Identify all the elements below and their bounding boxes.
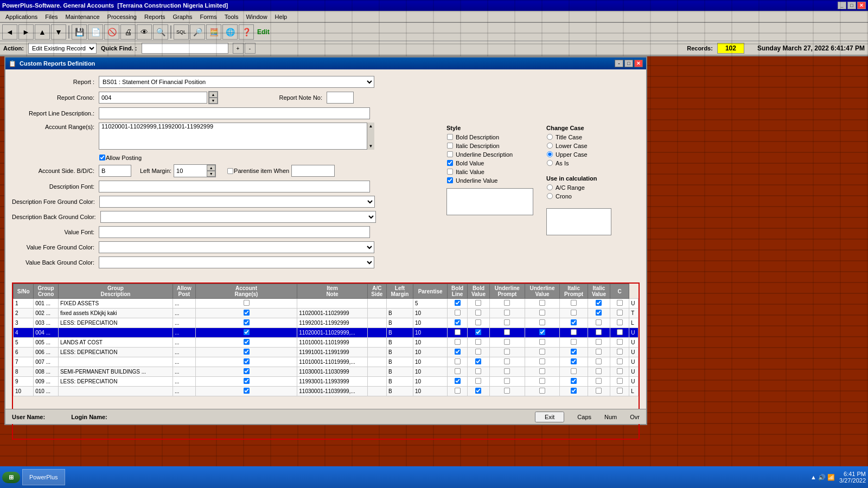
cell-checkbox[interactable]: [243, 378, 249, 384]
cell-checkbox[interactable]: [504, 349, 510, 355]
menu-reports[interactable]: Reports: [141, 12, 169, 21]
val-font-input[interactable]: [99, 226, 370, 238]
table-cell[interactable]: [448, 367, 468, 377]
table-cell[interactable]: [195, 328, 297, 338]
cell-checkbox[interactable]: [475, 300, 481, 306]
minimize-btn[interactable]: _: [838, 2, 846, 9]
table-cell[interactable]: [610, 309, 629, 318]
cell-checkbox[interactable]: [455, 300, 461, 306]
cell-checkbox[interactable]: [596, 310, 602, 316]
menu-processing[interactable]: Processing: [104, 12, 140, 21]
line-desc-input[interactable]: [99, 107, 370, 119]
val-fore-select[interactable]: [99, 241, 374, 253]
table-cell[interactable]: [560, 357, 588, 367]
table-cell[interactable]: [448, 318, 468, 328]
print-btn[interactable]: 🖨: [120, 24, 136, 40]
table-cell[interactable]: [195, 387, 297, 396]
upper-case-radio[interactable]: [547, 151, 553, 157]
table-cell[interactable]: [195, 299, 297, 309]
cell-checkbox[interactable]: [455, 368, 461, 374]
allow-posting-check[interactable]: [99, 155, 105, 160]
cell-checkbox[interactable]: [596, 388, 602, 394]
left-margin-input[interactable]: [174, 165, 207, 177]
table-cell[interactable]: [610, 367, 629, 377]
cell-checkbox[interactable]: [475, 378, 481, 384]
cell-checkbox[interactable]: [617, 310, 623, 316]
quickfind-input[interactable]: [142, 43, 228, 54]
table-cell[interactable]: [588, 299, 610, 309]
table-cell[interactable]: [195, 377, 297, 387]
table-cell[interactable]: [195, 367, 297, 377]
cell-checkbox[interactable]: [243, 358, 249, 364]
menu-maintenance[interactable]: Maintenance: [62, 12, 103, 21]
cell-checkbox[interactable]: [455, 349, 461, 355]
cell-checkbox[interactable]: [455, 378, 461, 384]
table-cell[interactable]: [525, 299, 560, 309]
table-cell[interactable]: [467, 318, 489, 328]
table-cell[interactable]: [467, 309, 489, 318]
table-cell[interactable]: [560, 309, 588, 318]
table-cell[interactable]: [525, 387, 560, 396]
table-cell[interactable]: [467, 328, 489, 338]
cell-checkbox[interactable]: [596, 339, 602, 345]
cell-checkbox[interactable]: [571, 358, 577, 364]
table-cell[interactable]: [610, 318, 629, 328]
table-cell[interactable]: [490, 367, 525, 377]
table-cell[interactable]: [448, 299, 468, 309]
cell-checkbox[interactable]: [596, 368, 602, 374]
cell-checkbox[interactable]: [596, 358, 602, 364]
cell-checkbox[interactable]: [571, 329, 577, 335]
table-cell[interactable]: [490, 338, 525, 348]
margin-down[interactable]: ▼: [207, 171, 215, 177]
cell-checkbox[interactable]: [455, 388, 461, 394]
dots-btn[interactable]: ...: [173, 299, 195, 309]
table-cell[interactable]: [610, 348, 629, 357]
cell-checkbox[interactable]: [243, 329, 249, 335]
cell-checkbox[interactable]: [243, 339, 249, 345]
cell-checkbox[interactable]: [571, 300, 577, 306]
table-cell[interactable]: [490, 328, 525, 338]
lower-case-radio[interactable]: [547, 143, 553, 149]
cell-checkbox[interactable]: [617, 368, 623, 374]
bold-value-check[interactable]: [447, 160, 453, 166]
back-btn[interactable]: ◄: [2, 24, 17, 40]
table-cell[interactable]: [448, 309, 468, 318]
cell-checkbox[interactable]: [571, 378, 577, 384]
menu-help[interactable]: Help: [272, 12, 291, 21]
cell-checkbox[interactable]: [504, 339, 510, 345]
cell-checkbox[interactable]: [539, 368, 545, 374]
table-cell[interactable]: [448, 348, 468, 357]
crono-input[interactable]: [99, 92, 207, 104]
find-btn[interactable]: 🔍: [153, 24, 168, 40]
cell-checkbox[interactable]: [596, 349, 602, 355]
cell-checkbox[interactable]: [504, 368, 510, 374]
taskbar-app-item[interactable]: PowerPlus: [22, 469, 65, 485]
parentise-check[interactable]: [227, 168, 233, 174]
sub-btn[interactable]: -: [245, 43, 256, 54]
table-cell[interactable]: [560, 318, 588, 328]
table-cell[interactable]: [610, 328, 629, 338]
dots-btn[interactable]: ...: [173, 387, 195, 396]
table-cell[interactable]: [490, 299, 525, 309]
table-cell[interactable]: [610, 338, 629, 348]
title-case-radio[interactable]: [547, 134, 553, 140]
table-cell[interactable]: [448, 357, 468, 367]
underline-desc-check[interactable]: [447, 151, 453, 157]
menu-graphs[interactable]: Graphs: [170, 12, 196, 21]
table-cell[interactable]: [525, 318, 560, 328]
acct-range-input[interactable]: 11020001-11029999,11992001-11992999: [99, 123, 374, 150]
cell-checkbox[interactable]: [539, 349, 545, 355]
forward-btn[interactable]: ►: [18, 24, 34, 40]
cell-checkbox[interactable]: [475, 310, 481, 316]
cell-checkbox[interactable]: [455, 329, 461, 335]
table-row[interactable]: 4004 ......11020001-11029999,...B10U: [14, 328, 639, 338]
cell-checkbox[interactable]: [571, 368, 577, 374]
bold-desc-check[interactable]: [447, 134, 453, 140]
cell-checkbox[interactable]: [504, 378, 510, 384]
delete-btn[interactable]: 🚫: [104, 24, 119, 40]
table-cell[interactable]: [490, 318, 525, 328]
up-btn[interactable]: ▲: [35, 24, 50, 40]
cell-checkbox[interactable]: [539, 388, 545, 394]
table-cell[interactable]: [588, 338, 610, 348]
table-cell[interactable]: [588, 309, 610, 318]
